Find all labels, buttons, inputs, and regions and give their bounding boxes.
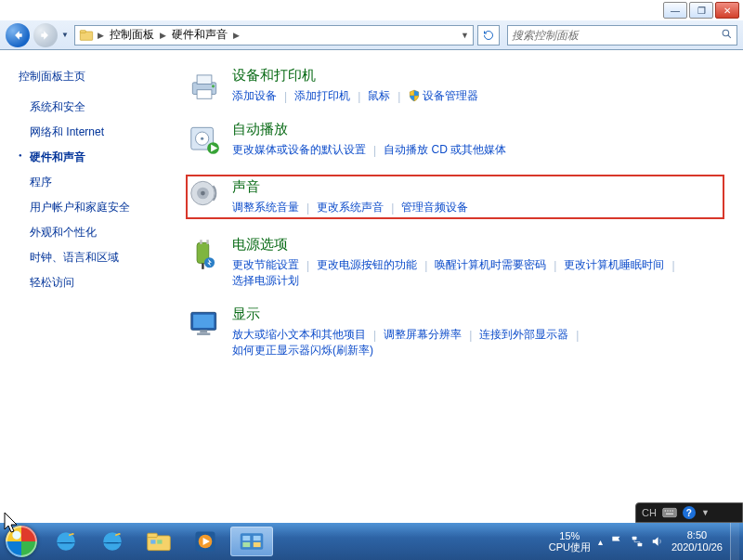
clock-date: 2020/10/26 [671, 541, 723, 553]
shield-icon [408, 89, 421, 102]
maximize-button[interactable]: ❐ [689, 2, 713, 19]
link-divider: | [576, 329, 579, 342]
svg-rect-23 [200, 330, 207, 332]
svg-rect-27 [667, 510, 668, 511]
svg-point-32 [103, 532, 122, 551]
language-bar[interactable]: CH ? ▼ [635, 502, 743, 523]
link-divider: | [391, 202, 394, 215]
clock[interactable]: 8:50 2020/10/26 [671, 529, 723, 553]
category-title[interactable]: 声音 [232, 178, 468, 196]
task-link[interactable]: 唤醒计算机时需要密码 [435, 257, 546, 273]
task-link[interactable]: 放大或缩小文本和其他项目 [232, 327, 366, 343]
task-link[interactable]: 更改媒体或设备的默认设置 [232, 142, 366, 158]
show-desktop-button[interactable] [730, 523, 739, 560]
sidebar-item[interactable]: 用户帐户和家庭安全 [19, 200, 186, 215]
search-box[interactable] [507, 25, 737, 46]
svg-point-31 [57, 532, 75, 551]
search-input[interactable] [512, 29, 721, 42]
taskbar-ie-a[interactable] [45, 527, 87, 556]
category-title[interactable]: 自动播放 [232, 121, 506, 138]
svg-rect-28 [670, 510, 671, 511]
refresh-button[interactable] [477, 25, 500, 46]
category-title[interactable]: 设备和打印机 [232, 67, 478, 85]
svg-rect-22 [193, 315, 214, 328]
cpu-meter[interactable]: 15% CPU使用 [549, 530, 591, 553]
link-divider: | [306, 259, 309, 272]
sidebar: 控制面板主页 系统和安全网络和 Internet硬件和声音程序用户帐户和家庭安全… [0, 50, 186, 523]
help-icon[interactable]: ? [683, 506, 696, 519]
start-button[interactable] [0, 523, 43, 560]
tray-expand-icon[interactable]: ▴ [598, 537, 603, 547]
task-link[interactable]: 添加设备 [232, 88, 277, 104]
svg-rect-25 [663, 508, 677, 516]
minimize-button[interactable]: — [663, 2, 687, 19]
forward-arrow-icon [39, 29, 52, 42]
task-link[interactable]: 连接到外部显示器 [479, 327, 568, 343]
task-link[interactable]: 更改节能设置 [232, 257, 299, 273]
keyboard-icon [662, 507, 677, 518]
taskbar-ie-b[interactable] [91, 527, 134, 556]
taskbar-control-panel[interactable] [230, 527, 273, 556]
sidebar-item[interactable]: 系统和安全 [19, 99, 186, 115]
flag-icon[interactable] [610, 535, 623, 548]
power-icon [186, 236, 223, 273]
chevron-right-icon: ▶ [233, 31, 240, 40]
task-link[interactable]: 调整系统音量 [232, 200, 299, 215]
category-links: 添加设备|添加打印机|鼠标|设备管理器 [232, 88, 478, 104]
breadcrumb-item[interactable]: 硬件和声音 [170, 27, 229, 43]
sidebar-item[interactable]: 时钟、语言和区域 [19, 250, 186, 266]
task-link[interactable]: 调整屏幕分辨率 [384, 327, 462, 343]
svg-rect-24 [197, 333, 210, 335]
category-links: 调整系统音量|更改系统声音|管理音频设备 [232, 200, 468, 215]
task-link[interactable]: 添加打印机 [294, 88, 350, 104]
task-link[interactable]: 更改计算机睡眠时间 [564, 257, 664, 273]
link-divider: | [424, 259, 427, 272]
category-title[interactable]: 电源选项 [232, 236, 724, 254]
chevron-right-icon: ▶ [160, 31, 166, 40]
toolbar: ▼ ▶ 控制面板 ▶ 硬件和声音 ▶ ▼ [0, 20, 743, 50]
taskbar-explorer[interactable] [137, 527, 180, 556]
task-link[interactable]: 设备管理器 [408, 88, 478, 104]
chevron-down-icon[interactable]: ▼ [461, 31, 469, 40]
display-icon [186, 306, 223, 343]
link-divider: | [284, 90, 287, 103]
sidebar-item[interactable]: 轻松访问 [19, 275, 186, 291]
category-links: 放大或缩小文本和其他项目|调整屏幕分辨率|连接到外部显示器|如何更正显示器闪烁(… [232, 327, 724, 358]
sidebar-item[interactable]: 程序 [19, 175, 186, 190]
nav-history-dropdown[interactable]: ▼ [61, 31, 71, 39]
category-section: 设备和打印机添加设备|添加打印机|鼠标|设备管理器 [186, 67, 724, 104]
folder-icon [146, 530, 172, 553]
taskbar: 15% CPU使用 ▴ 8:50 2020/10/26 [0, 523, 743, 560]
task-link[interactable]: 自动播放 CD 或其他媒体 [384, 142, 506, 158]
svg-rect-6 [197, 90, 212, 99]
sidebar-item[interactable]: 硬件和声音 [19, 150, 186, 165]
task-link[interactable]: 选择电源计划 [232, 273, 299, 289]
task-link[interactable]: 更改系统声音 [317, 200, 384, 215]
network-icon[interactable] [631, 535, 644, 548]
back-button[interactable] [6, 23, 30, 47]
task-link[interactable]: 更改电源按钮的功能 [317, 257, 417, 273]
svg-rect-43 [242, 542, 250, 547]
cpu-percent: 15% [549, 530, 591, 541]
close-button[interactable]: ✕ [715, 2, 739, 19]
volume-icon[interactable] [651, 535, 664, 548]
category-title[interactable]: 显示 [232, 306, 724, 323]
category-links: 更改媒体或设备的默认设置|自动播放 CD 或其他媒体 [232, 142, 506, 158]
task-link[interactable]: 如何更正显示器闪烁(刷新率) [232, 343, 373, 358]
svg-rect-18 [206, 240, 208, 244]
svg-point-15 [201, 191, 205, 196]
category-section: 显示放大或缩小文本和其他项目|调整屏幕分辨率|连接到外部显示器|如何更正显示器闪… [186, 306, 724, 358]
chevron-down-icon[interactable]: ▼ [701, 508, 710, 517]
breadcrumb-item[interactable]: 控制面板 [108, 27, 156, 43]
task-link[interactable]: 鼠标 [368, 88, 390, 104]
control-panel-home-link[interactable]: 控制面板主页 [19, 69, 186, 85]
svg-rect-42 [254, 536, 261, 540]
svg-rect-45 [632, 537, 637, 540]
taskbar-media-player[interactable] [184, 527, 227, 556]
sidebar-item[interactable]: 外观和个性化 [19, 225, 186, 241]
cpu-label: CPU使用 [549, 541, 591, 553]
task-link[interactable]: 管理音频设备 [401, 200, 468, 215]
windows-logo-icon [6, 526, 37, 557]
sidebar-item[interactable]: 网络和 Internet [19, 124, 186, 140]
address-bar[interactable]: ▶ 控制面板 ▶ 硬件和声音 ▶ ▼ [74, 25, 474, 46]
